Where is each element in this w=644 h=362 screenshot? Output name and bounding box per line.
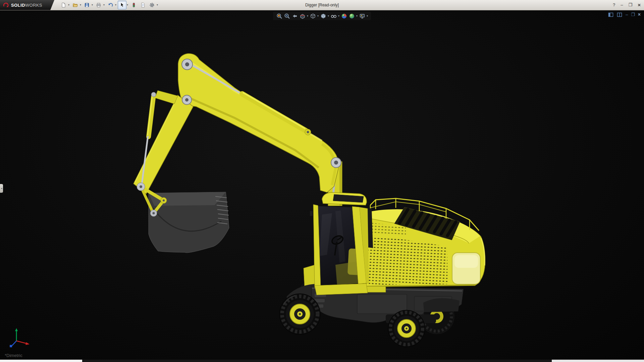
maximize-window-button[interactable]: ❐ (629, 0, 633, 10)
dropdown-arrow-icon[interactable]: ▾ (367, 12, 368, 19)
previous-view-button[interactable] (291, 12, 298, 19)
graphics-area[interactable]: ▾ ▾ ▾ ▾ (0, 10, 644, 360)
save-icon (84, 2, 90, 8)
brand-text-bold: SOLID (11, 3, 25, 8)
undo-icon (108, 2, 113, 8)
dropdown-arrow-icon[interactable]: ▾ (157, 1, 158, 9)
brand-text: SOLIDWORKS (11, 3, 42, 8)
view-orientation-cube-icon (310, 13, 316, 19)
close-window-button[interactable]: × (638, 0, 641, 10)
undo-button[interactable] (106, 1, 115, 9)
dropdown-arrow-icon[interactable]: ▾ (356, 12, 358, 19)
boom-arm[interactable] (178, 54, 338, 192)
restore-document-button[interactable]: ❐ (631, 12, 635, 17)
previous-view-icon (291, 13, 298, 19)
dropdown-arrow-icon[interactable]: ▾ (80, 1, 81, 9)
save-button[interactable] (83, 1, 91, 9)
cab[interactable] (310, 192, 369, 295)
view-orientation-button[interactable] (309, 12, 316, 19)
3ds-logo-icon (3, 2, 9, 8)
file-properties-button[interactable] (139, 1, 147, 9)
display-style-button[interactable] (320, 12, 327, 19)
bottom-strip-left (0, 360, 82, 362)
solidworks-menu-logo[interactable]: SOLIDWORKS (0, 0, 54, 10)
bottom-strip-right (552, 360, 644, 362)
titlebar: SOLIDWORKS ▾ ▾ ▾ (0, 0, 644, 10)
engine-housing[interactable] (362, 198, 485, 292)
hide-show-items-button[interactable] (330, 12, 337, 19)
dropdown-arrow-icon[interactable]: ▾ (68, 1, 69, 9)
bottom-edge-strip (0, 360, 644, 362)
close-document-button[interactable]: × (638, 12, 641, 17)
split-view-icon (617, 12, 622, 17)
dropdown-arrow-icon[interactable]: ▾ (115, 1, 116, 9)
dropdown-arrow-icon[interactable]: ▾ (127, 1, 128, 9)
rear-wheel[interactable] (388, 310, 425, 347)
hide-show-glasses-icon (331, 13, 337, 19)
feature-pane-icon (608, 12, 613, 17)
front-wheel[interactable] (279, 294, 320, 335)
file-properties-icon (140, 2, 146, 8)
window-title: Digger [Read-only] (305, 3, 339, 7)
open-button[interactable] (71, 1, 79, 9)
feature-pane-toggle-button[interactable] (608, 12, 614, 17)
apply-scene-button[interactable] (348, 12, 355, 19)
display-style-icon (320, 13, 326, 19)
triad-z-axis (10, 345, 12, 347)
minimize-window-button[interactable]: – (621, 0, 623, 10)
triad-x-axis (25, 342, 30, 345)
edit-appearance-sphere-icon (341, 13, 347, 19)
section-view-icon (299, 13, 305, 19)
open-folder-icon (72, 2, 78, 8)
dropdown-arrow-icon[interactable]: ▾ (92, 1, 93, 9)
view-settings-icon (359, 13, 365, 19)
zoom-to-area-icon (284, 13, 290, 19)
options-button[interactable] (148, 1, 156, 9)
titlebar-window-controls: ? – ❐ × (613, 0, 641, 10)
dropdown-arrow-icon[interactable]: ▾ (307, 12, 308, 19)
heads-up-view-toolbar: ▾ ▾ ▾ ▾ (273, 12, 371, 20)
document-window-controls: – ❐ × (608, 12, 641, 17)
dropdown-arrow-icon[interactable]: ▾ (338, 12, 339, 19)
new-document-icon (61, 2, 66, 8)
new-document-button[interactable] (59, 1, 68, 9)
rebuild-button[interactable] (129, 1, 138, 9)
dropdown-arrow-icon[interactable]: ▾ (328, 12, 329, 19)
split-view-toggle-button[interactable] (617, 12, 623, 17)
triad-y-axis (15, 328, 18, 331)
section-view-button[interactable] (299, 12, 306, 19)
view-settings-button[interactable] (359, 12, 366, 19)
digger-model[interactable] (0, 10, 644, 360)
select-cursor-icon (119, 2, 125, 8)
quick-access-toolbar: ▾ ▾ ▾ ▾ (59, 1, 159, 9)
dropdown-arrow-icon[interactable]: ▾ (103, 1, 105, 9)
edit-appearance-button[interactable] (340, 12, 347, 19)
zoom-to-fit-icon (276, 13, 282, 19)
view-orientation-label: *Dimetric (5, 353, 22, 358)
side-mirror (310, 211, 313, 216)
zoom-to-area-button[interactable] (283, 12, 290, 19)
rebuild-icon (131, 2, 137, 8)
options-gear-icon (149, 2, 155, 8)
select-button[interactable] (118, 1, 126, 9)
print-icon (96, 2, 101, 8)
minimize-document-button[interactable]: – (626, 12, 628, 17)
apply-scene-globe-icon (349, 13, 355, 19)
brand-text-light: WORKS (25, 3, 42, 8)
bottom-strip-middle (82, 360, 552, 362)
zoom-to-fit-button[interactable] (276, 12, 283, 19)
orientation-triad (5, 327, 33, 351)
dropdown-arrow-icon[interactable]: ▾ (317, 12, 319, 19)
featuremanager-splitter-tab[interactable]: ◂ (0, 184, 3, 193)
print-button[interactable] (94, 1, 103, 9)
help-button[interactable]: ? (613, 0, 615, 10)
